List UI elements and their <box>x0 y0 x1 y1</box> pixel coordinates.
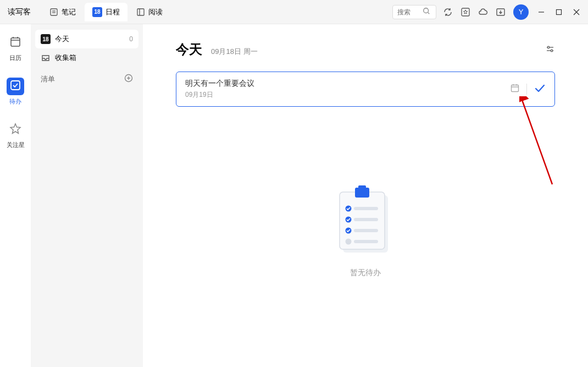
sidebar-list: 18 今天 0 收集箱 清单 <box>31 24 143 367</box>
app-name: 读写客 <box>8 7 31 17</box>
content-header: 今天 09月18日 周一 <box>176 41 555 58</box>
cloud-icon[interactable] <box>478 7 488 17</box>
todo-actions <box>510 82 546 97</box>
nav-label: 日历 <box>9 54 21 62</box>
svg-line-6 <box>428 12 430 14</box>
sync-icon[interactable] <box>443 7 453 17</box>
calendar-badge-icon: 18 <box>92 7 102 17</box>
maximize-button[interactable] <box>555 8 563 16</box>
tab-read[interactable]: 阅读 <box>129 3 170 21</box>
inbox-icon <box>41 53 51 63</box>
sidebar-nav: 日历 待办 关注星 <box>0 24 31 367</box>
close-button[interactable] <box>573 8 580 16</box>
titlebar: 读写客 笔记 18 日程 阅读 Y <box>0 0 588 24</box>
complete-check-icon[interactable] <box>534 82 546 97</box>
filter-settings-icon[interactable] <box>545 44 555 56</box>
avatar[interactable]: Y <box>513 4 529 20</box>
svg-point-22 <box>547 46 550 48</box>
empty-state: 暂无待办 <box>176 107 555 356</box>
todo-text: 明天有一个重要会议 09月19日 <box>185 79 510 100</box>
svg-rect-17 <box>11 81 20 90</box>
day-icon: 18 <box>41 34 51 44</box>
tab-notes[interactable]: 笔记 <box>42 3 84 21</box>
list-item-count: 0 <box>129 35 133 43</box>
list-item-inbox[interactable]: 收集箱 <box>35 48 138 67</box>
nav-label: 关注星 <box>7 141 25 149</box>
nav-label: 待办 <box>9 97 21 106</box>
svg-rect-13 <box>11 38 20 46</box>
todo-title: 明天有一个重要会议 <box>185 79 510 89</box>
content: 今天 09月18日 周一 明天有一个重要会议 09月19日 <box>143 24 588 367</box>
note-icon <box>49 8 58 17</box>
page-date: 09月18日 周一 <box>211 47 258 57</box>
svg-rect-25 <box>512 85 519 92</box>
svg-rect-0 <box>51 9 57 15</box>
page-title: 今天 <box>176 41 202 58</box>
star-icon <box>9 123 21 137</box>
clipboard-illustration <box>335 185 396 259</box>
import-icon[interactable] <box>496 7 506 17</box>
svg-rect-40 <box>354 240 378 243</box>
todo-card[interactable]: 明天有一个重要会议 09月19日 <box>176 72 555 107</box>
svg-rect-3 <box>137 9 144 15</box>
nav-star[interactable]: 关注星 <box>4 119 27 151</box>
tab-schedule[interactable]: 18 日程 <box>85 3 127 21</box>
todo-icon <box>10 80 21 93</box>
tab-label: 笔记 <box>62 7 76 17</box>
schedule-icon[interactable] <box>510 83 520 95</box>
titlebar-icons: Y <box>443 4 529 20</box>
add-list-button[interactable] <box>124 74 133 84</box>
search-icon <box>423 7 430 17</box>
window-controls <box>537 8 580 16</box>
svg-rect-36 <box>354 218 378 221</box>
search-input[interactable] <box>397 8 419 16</box>
list-section-header: 清单 <box>35 67 138 86</box>
divider <box>526 84 527 95</box>
tab-label: 阅读 <box>148 7 163 17</box>
svg-rect-10 <box>557 9 562 14</box>
list-item-label: 今天 <box>55 34 125 44</box>
svg-rect-38 <box>354 229 378 232</box>
calendar-icon <box>9 36 21 50</box>
minimize-button[interactable] <box>537 8 545 16</box>
nav-calendar[interactable]: 日历 <box>4 32 26 64</box>
list-item-label: 收集箱 <box>55 53 133 63</box>
todo-date: 09月19日 <box>185 90 510 100</box>
nav-todo[interactable]: 待办 <box>4 75 26 108</box>
empty-text: 暂无待办 <box>350 268 381 278</box>
section-label: 清单 <box>41 74 55 84</box>
main: 日历 待办 关注星 18 今天 0 收集箱 清单 今天 09月18日 周一 <box>0 24 588 367</box>
svg-point-5 <box>424 8 429 13</box>
svg-point-24 <box>551 50 553 52</box>
star-box-icon[interactable] <box>461 7 470 17</box>
svg-point-39 <box>346 238 352 244</box>
tabs: 笔记 18 日程 阅读 <box>42 3 170 21</box>
book-icon <box>136 8 145 17</box>
tab-label: 日程 <box>106 7 120 17</box>
list-item-today[interactable]: 18 今天 0 <box>35 30 138 48</box>
search-box[interactable] <box>392 5 436 19</box>
svg-rect-34 <box>354 207 378 210</box>
svg-rect-32 <box>358 185 366 190</box>
